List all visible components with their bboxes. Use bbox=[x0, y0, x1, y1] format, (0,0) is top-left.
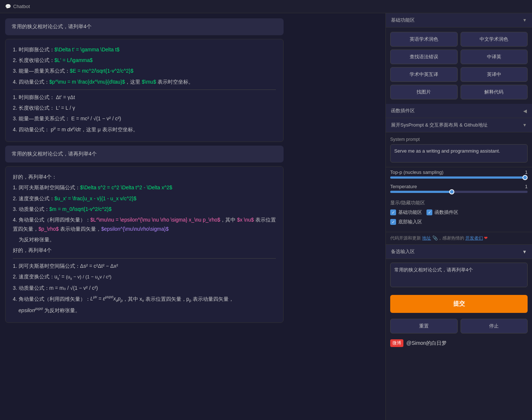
bot-r1-line2: 2. 长度收缩公式：$L' = L/\gamma$ bbox=[13, 56, 276, 65]
chat-panel: 常用的狭义相对论公式，请列举4个 1. 时间膨胀公式：$\Delta t' = … bbox=[0, 13, 385, 420]
math-r2-green-3: $m = m_0/\sqrt{1-v^2/c^2}$ bbox=[49, 206, 112, 212]
alt-textarea[interactable]: 常用的狭义相对论公式，请再列举4个 bbox=[390, 263, 528, 287]
math-r2-pink-3: $p_\rho$ bbox=[38, 226, 59, 232]
math-r2-pink-2: $x \nu$ bbox=[237, 217, 254, 223]
user-message-1-text: 常用的狭义相对论公式，请列举4个 bbox=[12, 23, 92, 29]
toggle-section: 显示/隐藏功能区 ✓ 基础功能区 ✓ 函数插件区 ✓ 底部输入区 bbox=[386, 196, 532, 232]
sysprompt-area: System prompt Serve me as a writing and … bbox=[386, 132, 532, 167]
top-p-fill bbox=[390, 176, 528, 179]
math-green-4: $p^\mu = m \frac{dx^\mu}{d\tau}$ bbox=[49, 79, 125, 85]
bot-r1-rendered4: 4. 四动量公式： pμ = m dxμ/dτ，这里 μ 表示时空坐标。 bbox=[13, 125, 276, 134]
temperature-value: 1 bbox=[525, 184, 528, 189]
weibo-badge: 微博 bbox=[390, 339, 403, 347]
sysprompt-label: System prompt bbox=[390, 137, 528, 142]
main-layout: 常用的狭义相对论公式，请列举4个 1. 时间膨胀公式：$\Delta t' = … bbox=[0, 13, 532, 420]
footer-devs-link[interactable]: 开发者们 bbox=[465, 235, 483, 241]
sysprompt-text: Serve me as a writing and programming as… bbox=[390, 144, 528, 162]
btn-en-zh[interactable]: 英译中 bbox=[461, 67, 528, 82]
divider-1 bbox=[13, 90, 276, 90]
toggle-basic[interactable]: ✓ 基础功能区 bbox=[390, 209, 422, 216]
btn-academic-translate[interactable]: 学术中英互译 bbox=[390, 67, 458, 82]
footer-link-address[interactable]: 地址 bbox=[422, 235, 431, 241]
reset-button[interactable]: 重置 bbox=[390, 319, 458, 333]
sysprompt-section-header[interactable]: 展开SysPrompt & 交互界面布局 & Github地址 ▼ bbox=[386, 118, 532, 132]
user-message-1: 常用的狭义相对论公式，请列举4个 bbox=[5, 18, 284, 35]
bot-r1-rendered2: 2. 长度收缩公式： L′ = L / γ bbox=[13, 103, 276, 113]
bot-r1-line1: 1. 时间膨胀公式：$\Delta t' = \gamma \Delta t$ bbox=[13, 45, 276, 54]
math-green-5: $\mu$ bbox=[142, 79, 156, 85]
bot-r1-rendered1: 1. 时间膨胀公式： Δt′ = γΔt bbox=[13, 93, 276, 102]
basic-section-title: 基础功能区 bbox=[391, 17, 415, 23]
btn-en-polish[interactable]: 英语学术润色 bbox=[390, 32, 458, 47]
footer-emoji: 📎，感谢热情的 bbox=[432, 235, 464, 241]
top-p-track[interactable] bbox=[390, 176, 528, 179]
bot-r2-rendered2: 2. 速度变换公式：ux′ = (ux − v) / (1 − uxv / c²… bbox=[13, 272, 276, 282]
math-r2-green-2: $u_x' = \frac{u_x - v}{1 - u_x v/c^2}$ bbox=[55, 196, 137, 201]
toggle-bottom-label: 底部输入区 bbox=[398, 219, 422, 225]
footer-links: 代码开源和更新 地址 📎，感谢热情的 开发者们 ❤ bbox=[386, 232, 532, 245]
bot-r2-line4: 4. 角动量公式（利用四维矢量）：$L^\mu\nu = \epsilon^{\… bbox=[13, 215, 276, 234]
toggle-row-2: ✓ 底部输入区 bbox=[390, 219, 528, 225]
stop-button[interactable]: 停止 bbox=[461, 319, 528, 333]
bot-r1-line4: 4. 四动量公式：$p^\mu = m \frac{dx^\mu}{d\tau}… bbox=[13, 77, 276, 87]
alt-input-header[interactable]: 备选输入区 ▼ bbox=[386, 245, 532, 259]
toggle-basic-label: 基础功能区 bbox=[398, 209, 422, 216]
bot-response-1: 1. 时间膨胀公式：$\Delta t' = \gamma \Delta t$ … bbox=[5, 39, 284, 142]
heart-icon: ❤ bbox=[484, 235, 488, 241]
user-message-2-text: 常用的狭义相对论公式，请再列举4个 bbox=[12, 151, 97, 157]
app-title: 💬 Chatbot bbox=[5, 4, 30, 9]
alt-input-area: 常用的狭义相对论公式，请再列举4个 bbox=[386, 259, 532, 292]
math-r2-green-1: $\Delta s^2 = c^2 \Delta t^2 - \Delta x^… bbox=[80, 185, 173, 190]
basic-btn-grid: 英语学术润色 中文学术润色 查找语法错误 中译英 学术中英互译 英译中 找图片 … bbox=[386, 28, 532, 104]
temperature-slider-wrap bbox=[386, 190, 532, 196]
sysprompt-section-arrow: ▼ bbox=[522, 123, 527, 128]
bot-response-2: 好的，再列举4个： 1. 闵可夫斯基时空间隔公式：$\Delta s^2 = c… bbox=[5, 166, 284, 323]
checkbox-basic[interactable]: ✓ bbox=[390, 209, 396, 215]
math-r2-purple-1: $epsilon^{\mu\nu\rho\sigma}$ bbox=[101, 226, 169, 232]
submit-button[interactable]: 提交 bbox=[390, 295, 528, 313]
basic-section-arrow: ▼ bbox=[522, 18, 527, 23]
right-panel: 基础功能区 ▼ 英语学术润色 中文学术润色 查找语法错误 中译英 学术中英互译 … bbox=[385, 13, 532, 420]
divider-2 bbox=[13, 258, 276, 259]
btn-grammar[interactable]: 查找语法错误 bbox=[390, 50, 458, 64]
btn-explain-code[interactable]: 解释代码 bbox=[461, 85, 528, 99]
top-p-label: Top-p (nucleus sampling) bbox=[390, 169, 443, 175]
footer-text: 代码开源和更新 bbox=[390, 235, 421, 241]
checkbox-plugin[interactable]: ✓ bbox=[426, 209, 432, 215]
bot-r2-rendered4: 4. 角动量公式（利用四维矢量）：Lμν = εμνρσxνpρ，其中 xν 表… bbox=[13, 294, 276, 304]
btn-zh-en[interactable]: 中译英 bbox=[461, 50, 528, 64]
bot-r1-rendered3: 3. 能量—质量关系公式： E = mc² / √(1 − v² / c²) bbox=[13, 114, 276, 123]
toggle-plugin-label: 函数插件区 bbox=[435, 209, 458, 216]
temperature-thumb[interactable] bbox=[449, 189, 454, 194]
math-r2-pink-1: $L^\mu\nu = \epsilon^{\mu \nu \rho \sigm… bbox=[90, 217, 220, 223]
btn-find-image[interactable]: 找图片 bbox=[390, 85, 458, 99]
temperature-row: Temperature 1 bbox=[386, 182, 532, 190]
plugin-section-title: 函数插件区 bbox=[391, 107, 415, 114]
toggle-bottom[interactable]: ✓ 底部输入区 bbox=[390, 219, 422, 225]
math-green-2: $L' = L/\gamma$ bbox=[55, 57, 93, 63]
sysprompt-section-title: 展开SysPrompt & 交互界面布局 & Github地址 bbox=[391, 122, 488, 128]
bottom-btn-row: 重置 停止 bbox=[386, 316, 532, 336]
btn-zh-polish[interactable]: 中文学术润色 bbox=[461, 32, 528, 47]
top-p-value: 1 bbox=[525, 169, 528, 175]
bot-r2-rendered1: 1. 闵可夫斯基时空间隔公式：Δs² = c²Δt² − Δx² bbox=[13, 262, 276, 271]
weibo-area: 微博 @Simon的白日梦 bbox=[386, 336, 532, 350]
toggle-section-label: 显示/隐藏功能区 bbox=[390, 200, 528, 206]
top-p-thumb[interactable] bbox=[522, 175, 528, 180]
bot-r2-outro: 好的，再列举4个 bbox=[13, 246, 276, 255]
bot-r2-intro: 好的，再列举4个： bbox=[13, 172, 276, 182]
temperature-track[interactable] bbox=[390, 191, 528, 193]
math-green-3: $E = mc^2/\sqrt{1-v^2/c^2}$ bbox=[70, 68, 133, 74]
bot-r2-rendered3: 3. 动质量公式：m = m₀ / √(1 − v² / c²) bbox=[13, 284, 276, 293]
top-p-row: Top-p (nucleus sampling) 1 bbox=[386, 167, 532, 176]
toggle-row-1: ✓ 基础功能区 ✓ 函数插件区 bbox=[390, 209, 528, 216]
plugin-section-header[interactable]: 函数插件区 ◀ bbox=[386, 104, 532, 118]
bot-r2-line1: 1. 闵可夫斯基时空间隔公式：$\Delta s^2 = c^2 \Delta … bbox=[13, 183, 276, 192]
bot-r2-line4b: 为反对称张量。 bbox=[13, 235, 276, 244]
chat-icon: 💬 bbox=[5, 4, 11, 9]
toggle-plugin[interactable]: ✓ 函数插件区 bbox=[426, 209, 458, 216]
basic-section-header[interactable]: 基础功能区 ▼ bbox=[386, 13, 532, 28]
temperature-fill bbox=[390, 191, 452, 193]
checkbox-bottom[interactable]: ✓ bbox=[390, 219, 396, 225]
temperature-label: Temperature bbox=[390, 184, 417, 189]
